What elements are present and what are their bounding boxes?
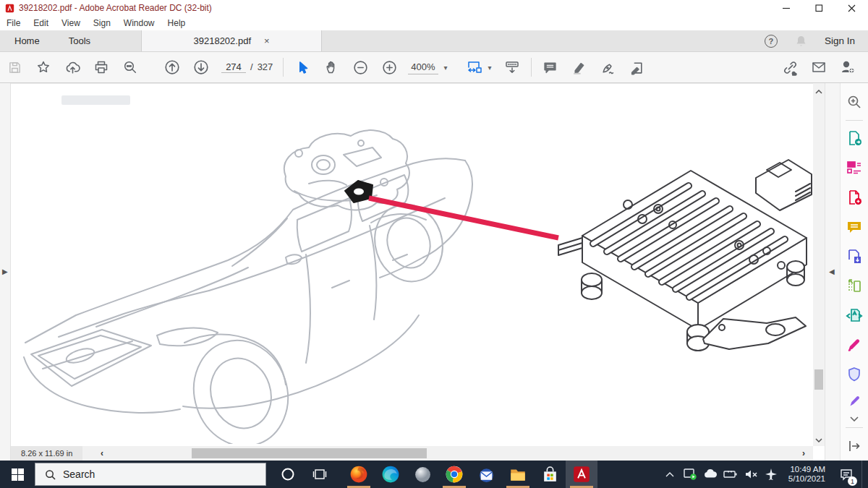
toolbar-separator <box>531 58 532 77</box>
edge-icon[interactable] <box>375 461 407 488</box>
edit-pdf-tool-icon[interactable] <box>623 55 652 80</box>
fit-width-icon[interactable] <box>459 55 488 80</box>
status-bar: 8.26 x 11.69 in ‹ › <box>11 446 813 461</box>
fill-sign-panel-icon[interactable] <box>841 330 868 360</box>
help-icon[interactable]: ? <box>765 35 778 48</box>
comment-tool-icon[interactable] <box>536 55 565 80</box>
microsoft-store-icon[interactable] <box>534 461 566 488</box>
scrolling-mode-icon[interactable] <box>498 55 527 80</box>
page-number-input[interactable] <box>221 61 246 73</box>
open-tools-pane-icon[interactable] <box>841 431 868 461</box>
fill-sign-tool-icon[interactable] <box>594 55 623 80</box>
scroll-up-icon[interactable] <box>813 86 825 98</box>
horizontal-scroll-thumb[interactable] <box>192 448 427 458</box>
select-tool-icon[interactable] <box>288 55 317 80</box>
next-page-icon[interactable] <box>187 55 216 80</box>
menu-window[interactable]: Window <box>117 18 161 28</box>
scroll-down-icon[interactable] <box>813 435 825 446</box>
volume-muted-icon[interactable] <box>742 461 760 488</box>
mail-icon[interactable] <box>470 461 502 488</box>
create-pdf-icon[interactable] <box>841 183 868 213</box>
zoom-in-icon[interactable] <box>375 55 404 80</box>
share-with-others-icon[interactable] <box>833 55 862 80</box>
sign-in-button[interactable]: Sign In <box>825 35 855 46</box>
action-center-icon[interactable]: 1 <box>834 461 859 488</box>
compress-pdf-icon[interactable] <box>841 301 868 330</box>
menu-sign[interactable]: Sign <box>87 18 117 28</box>
maximize-button[interactable] <box>803 0 835 16</box>
star-favorite-icon[interactable] <box>29 55 58 80</box>
airplane-mode-icon[interactable] <box>762 461 780 488</box>
zoom-level-value[interactable]: 400% <box>408 60 438 74</box>
vertical-scrollbar[interactable] <box>813 83 825 446</box>
left-panel-strip: ▶ <box>0 83 11 461</box>
highlighter-tool-icon[interactable] <box>565 55 594 80</box>
search-tools-icon[interactable] <box>841 87 868 117</box>
cloud-upload-icon[interactable] <box>58 55 87 80</box>
organize-pages-icon[interactable] <box>841 153 868 183</box>
collapse-right-pane-icon[interactable]: ◀ <box>829 267 835 275</box>
toolbar-separator <box>283 58 284 77</box>
chrome-icon[interactable] <box>438 461 470 488</box>
comment-panel-icon[interactable] <box>841 212 868 241</box>
tab-close-icon[interactable]: × <box>264 35 270 46</box>
search-placeholder: Search <box>63 468 95 480</box>
tab-document[interactable]: 39218202.pdf × <box>141 30 322 51</box>
more-tools-pen-icon[interactable] <box>841 390 868 414</box>
clock-date: 5/10/2021 <box>788 474 825 484</box>
gray-sphere-app-icon[interactable] <box>407 461 438 488</box>
protect-pdf-icon[interactable] <box>841 360 868 390</box>
start-button[interactable] <box>0 461 35 488</box>
tray-expand-icon[interactable] <box>661 461 678 488</box>
hand-tool-icon[interactable] <box>317 55 346 80</box>
expand-left-pane-icon[interactable]: ▶ <box>2 267 8 275</box>
scroll-right-icon[interactable]: › <box>798 447 809 460</box>
scroll-left-icon[interactable]: ‹ <box>96 447 108 460</box>
save-icon[interactable] <box>0 55 29 80</box>
onedrive-cloud-icon[interactable] <box>702 461 719 488</box>
control-module-drawing <box>550 138 813 362</box>
fit-dropdown-icon[interactable]: ▾ <box>488 64 492 72</box>
tab-tools[interactable]: Tools <box>54 30 105 51</box>
acrobat-taskbar-icon[interactable] <box>566 461 597 488</box>
minimize-button[interactable] <box>770 0 803 16</box>
combine-files-icon[interactable] <box>841 241 868 271</box>
windows-taskbar: Search <box>0 461 868 488</box>
edit-pages-icon[interactable] <box>841 271 868 301</box>
taskbar-search-box[interactable]: Search <box>35 463 266 486</box>
acrobat-app-icon <box>5 4 14 13</box>
menu-edit[interactable]: Edit <box>27 18 55 28</box>
zoom-out-icon[interactable] <box>346 55 375 80</box>
battery-icon[interactable] <box>722 461 739 488</box>
main-toolbar: / 327 400% ▾ ▾ <box>0 52 868 83</box>
menu-view[interactable]: View <box>55 18 87 28</box>
tab-bar: Home Tools 39218202.pdf × ? Sign In <box>0 30 868 52</box>
tab-home[interactable]: Home <box>0 30 54 51</box>
window-title: 39218202.pdf - Adobe Acrobat Reader DC (… <box>19 3 212 13</box>
tools-collapse-strip: ◀ <box>825 83 840 461</box>
task-view-icon[interactable] <box>304 461 336 488</box>
more-tools-chevron-icon[interactable] <box>841 414 868 425</box>
vertical-scroll-thumb[interactable] <box>814 369 823 390</box>
notifications-bell-icon[interactable] <box>795 35 807 47</box>
page-separator: / <box>250 61 253 72</box>
close-button[interactable] <box>835 0 868 16</box>
device-play-icon[interactable] <box>681 461 699 488</box>
print-icon[interactable] <box>87 55 116 80</box>
rail-divider <box>846 427 863 428</box>
document-viewer: ▶ <box>0 83 868 461</box>
show-desktop-button[interactable] <box>861 461 865 488</box>
export-pdf-icon[interactable] <box>841 124 868 153</box>
previous-page-icon[interactable] <box>158 55 187 80</box>
menu-help[interactable]: Help <box>161 18 192 28</box>
firefox-icon[interactable] <box>343 461 375 488</box>
rail-divider <box>846 120 863 121</box>
taskbar-clock[interactable]: 10:49 AM 5/10/2021 <box>783 465 831 484</box>
share-link-icon[interactable] <box>775 55 804 80</box>
find-icon[interactable] <box>116 55 145 80</box>
email-icon[interactable] <box>804 55 833 80</box>
menu-file[interactable]: File <box>0 18 27 28</box>
zoom-dropdown-icon[interactable]: ▾ <box>444 64 448 72</box>
cortana-icon[interactable] <box>272 461 304 488</box>
file-explorer-icon[interactable] <box>502 461 534 488</box>
